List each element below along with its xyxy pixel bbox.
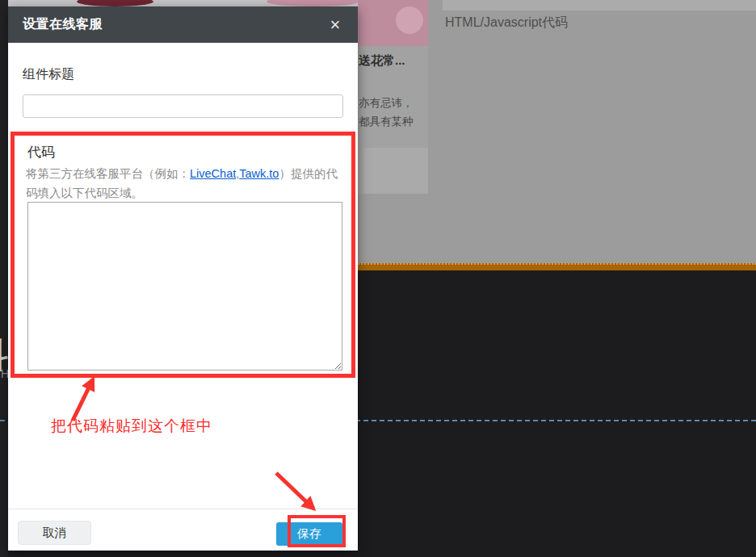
widget-input-edge (443, 0, 756, 10)
screen: 送花常... 亦有忌讳， 都具有某种 HTML/Javascript代码 qq.… (0, 0, 756, 557)
code-desc-prefix: 将第三方在线客服平台（例如： (26, 167, 190, 180)
code-section-highlight: 代码 将第三方在线客服平台（例如：LiveChat,Tawk.to）提供的代码填… (10, 132, 355, 378)
flower-image-pink (267, 0, 358, 6)
cancel-button[interactable]: 取消 (18, 521, 91, 545)
dialog-title: 设置在线客服 (23, 16, 103, 33)
component-title-label: 组件标题 (23, 66, 74, 83)
news-card-text: 亦有忌讳， (359, 96, 414, 111)
news-card: 送花常... 亦有忌讳， 都具有某种 (358, 0, 428, 194)
news-card-title: 送花常... (359, 53, 428, 69)
news-card-image (358, 0, 428, 46)
close-icon[interactable]: × (324, 14, 346, 36)
html-widget-label: HTML/Javascript代码 (445, 15, 568, 31)
news-card-text: 都具有某种 (359, 115, 414, 129)
footer-tagline-fragment: H (1, 367, 8, 380)
page-left-edge: 科 H (0, 0, 8, 557)
news-card-footer-block (363, 148, 428, 194)
code-textarea[interactable] (27, 202, 342, 371)
page-top-sliver (8, 0, 358, 6)
dialog-header: 设置在线客服 × (8, 6, 358, 43)
flower-image-red (77, 0, 153, 6)
paste-hint-text: 把代码粘贴到这个框中 (51, 416, 212, 437)
component-title-input[interactable] (23, 94, 343, 118)
save-hint-arrow (265, 465, 333, 523)
online-service-dialog: 设置在线客服 × 组件标题 代码 将第三方在线客服平台（例如：LiveChat,… (8, 6, 358, 551)
tawkto-link[interactable]: Tawk.to (239, 167, 279, 180)
code-description: 将第三方在线客服平台（例如：LiveChat,Tawk.to）提供的代码填入以下… (26, 164, 344, 203)
code-label: 代码 (27, 143, 55, 161)
save-button[interactable]: 保存 (276, 522, 342, 546)
livechat-link[interactable]: LiveChat (190, 167, 236, 180)
